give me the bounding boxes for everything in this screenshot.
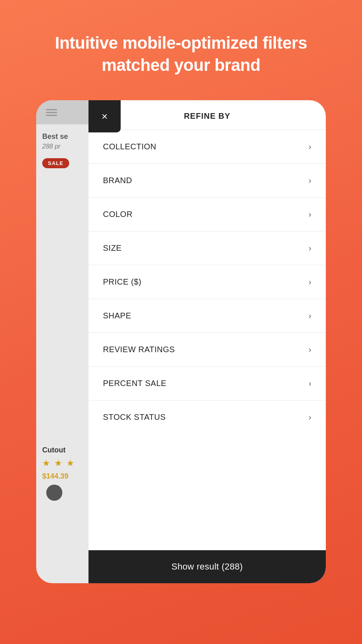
app-color-circle <box>46 485 62 501</box>
show-result-button[interactable]: Show result (288) <box>88 550 326 583</box>
filter-item-label: STOCK STATUS <box>103 413 166 422</box>
chevron-right-icon: › <box>309 176 311 185</box>
filter-panel: × REFINE BY COLLECTION › BRAND › COLOR ›… <box>88 100 326 583</box>
filter-item[interactable]: COLOR › <box>88 198 326 231</box>
filter-item[interactable]: REVIEW RATINGS › <box>88 333 326 367</box>
app-product-name: Cutout <box>42 446 66 454</box>
filter-item-label: COLOR <box>103 210 133 219</box>
filter-item-label: COLLECTION <box>103 142 156 151</box>
filter-item[interactable]: BRAND › <box>88 164 326 198</box>
phone-mockup: Best se 288 pr SALE Cutout ★ ★ ★ $144.39… <box>36 100 326 583</box>
filter-panel-title: REFINE BY <box>184 111 230 121</box>
filter-item[interactable]: SIZE › <box>88 231 326 265</box>
close-button[interactable]: × <box>88 100 121 132</box>
app-stars: ★ ★ ★ <box>42 458 75 469</box>
chevron-right-icon: › <box>309 379 311 388</box>
hamburger-icon <box>44 107 59 118</box>
filter-item[interactable]: PRICE ($) › <box>88 265 326 299</box>
filter-item-label: SHAPE <box>103 311 131 320</box>
filter-item-label: PERCENT SALE <box>103 379 167 388</box>
filter-item[interactable]: SHAPE › <box>88 299 326 333</box>
chevron-right-icon: › <box>309 210 311 219</box>
chevron-right-icon: › <box>309 311 311 320</box>
filter-item[interactable]: STOCK STATUS › <box>88 400 326 434</box>
chevron-right-icon: › <box>309 142 311 151</box>
hero-title: Intuitive mobile-optimized filters match… <box>0 32 362 76</box>
chevron-right-icon: › <box>309 345 311 354</box>
filter-item-label: REVIEW RATINGS <box>103 345 175 354</box>
chevron-right-icon: › <box>309 277 311 287</box>
chevron-right-icon: › <box>309 244 311 253</box>
filter-item-label: PRICE ($) <box>103 277 142 287</box>
app-price: $144.39 <box>42 472 68 481</box>
filter-item-label: BRAND <box>103 176 132 185</box>
filter-header: × REFINE BY <box>88 100 326 130</box>
sale-badge: SALE <box>42 158 69 168</box>
close-icon: × <box>101 111 107 122</box>
filter-item[interactable]: COLLECTION › <box>88 130 326 164</box>
filter-list: COLLECTION › BRAND › COLOR › SIZE › PRIC… <box>88 130 326 550</box>
filter-item[interactable]: PERCENT SALE › <box>88 367 326 400</box>
filter-item-label: SIZE <box>103 244 121 253</box>
chevron-right-icon: › <box>309 413 311 422</box>
